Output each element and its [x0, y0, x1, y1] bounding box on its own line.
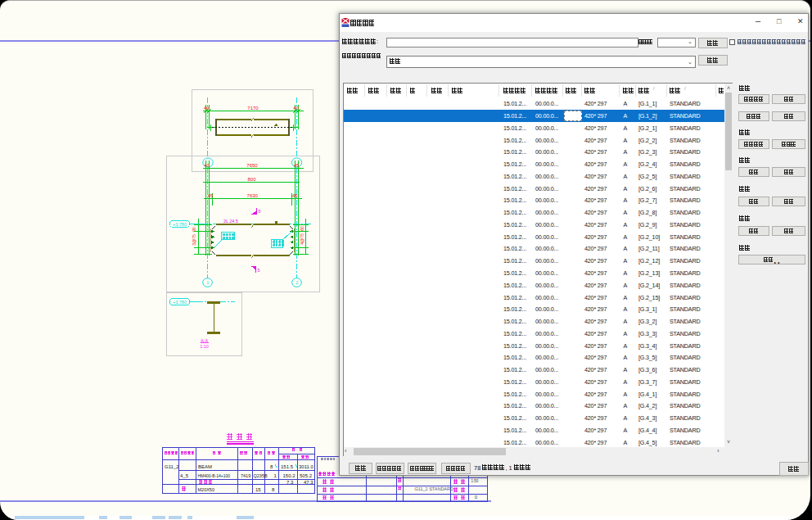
svg-text:5: 5	[258, 268, 260, 273]
svg-text:3@75: 3@75	[192, 234, 196, 246]
svg-text:4@75: 4@75	[300, 233, 304, 245]
svg-text:1:50: 1:50	[471, 479, 479, 483]
svg-text:2: 2	[295, 280, 298, 285]
svg-text:150.2: 150.2	[283, 473, 296, 478]
svg-text:1: 1	[274, 473, 277, 478]
svg-text:8: 8	[270, 464, 273, 469]
svg-text:800: 800	[247, 177, 256, 182]
svg-text:Q235B: Q235B	[254, 473, 268, 478]
svg-text:G11_2: G11_2	[165, 464, 179, 469]
svg-text:15: 15	[255, 487, 261, 492]
svg-text:1: 1	[206, 280, 209, 285]
svg-text:7170: 7170	[247, 106, 259, 111]
svg-text:4_5: 4_5	[180, 473, 189, 478]
svg-text:M20X50: M20X50	[198, 487, 215, 492]
svg-text:A-A: A-A	[201, 338, 209, 343]
svg-text:60: 60	[300, 226, 304, 231]
svg-text:45: 45	[294, 163, 300, 168]
svg-text:151.5: 151.5	[281, 464, 294, 469]
svg-text:40: 40	[204, 106, 210, 111]
svg-text:1:10: 1:10	[200, 344, 209, 349]
svg-text:0: 0	[475, 495, 477, 500]
svg-text:45: 45	[292, 193, 298, 198]
svg-text:3011.0: 3011.0	[299, 464, 314, 469]
svg-text:7650: 7650	[246, 163, 258, 168]
svg-text:7.3: 7.3	[286, 480, 294, 485]
svg-text:HM400-B-14+100: HM400-B-14+100	[198, 473, 231, 478]
svg-text:7419: 7419	[241, 473, 250, 478]
svg-text:47.3: 47.3	[304, 480, 314, 485]
svg-text:BEAM: BEAM	[198, 464, 212, 469]
svg-text:40: 40	[293, 106, 299, 111]
svg-text:8: 8	[272, 487, 275, 492]
svg-text:40: 40	[204, 163, 210, 168]
svg-text:+3.780: +3.780	[173, 222, 187, 227]
svg-text:90: 90	[192, 227, 196, 232]
svg-text:+3.780: +3.780	[173, 300, 187, 305]
svg-text:45: 45	[208, 193, 214, 198]
svg-text:2L 24.5: 2L 24.5	[223, 219, 238, 224]
svg-text:5: 5	[259, 209, 261, 214]
svg-text:G11_2 STANDARD: G11_2 STANDARD	[415, 486, 454, 491]
svg-text:505.2: 505.2	[300, 473, 313, 478]
svg-text:7630: 7630	[247, 193, 259, 198]
